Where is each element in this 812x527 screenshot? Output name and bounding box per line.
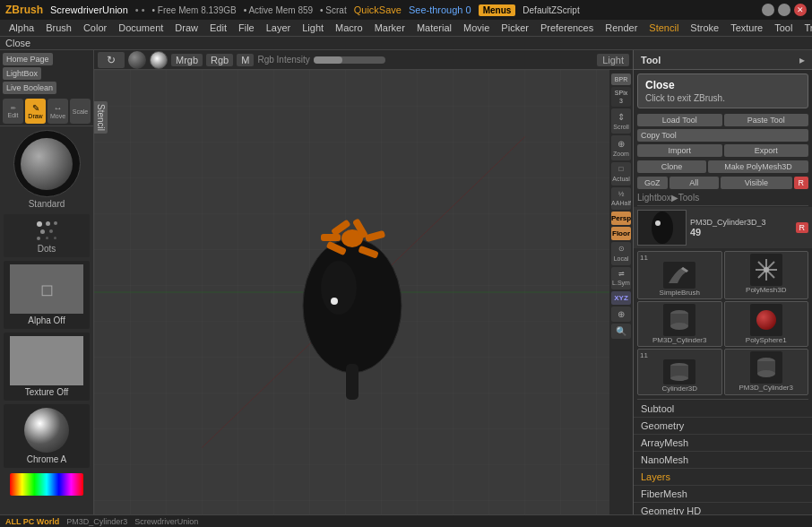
subtool-main-thumb: [637, 210, 687, 246]
menu-color[interactable]: Color: [78, 22, 112, 34]
mrgb-btn[interactable]: Mrgb: [171, 54, 203, 66]
menu-transform[interactable]: Transform: [799, 22, 812, 34]
tool-list-subtool[interactable]: Subtool: [634, 401, 812, 418]
menu-material[interactable]: Material: [411, 22, 457, 34]
tool-list-geometryhd[interactable]: Geometry HD: [634, 503, 812, 514]
zoom-btn[interactable]: ⊕ Zoom: [611, 135, 631, 160]
live-boolean-btn[interactable]: Live Boolean: [3, 82, 56, 94]
tool-list-geometry[interactable]: Geometry: [634, 418, 812, 435]
canvas-area[interactable]: Stencil BPR SPix 3 ⇕ Scroll ⊕ Zoom □ Act…: [94, 70, 633, 514]
menu-render[interactable]: Render: [600, 22, 643, 34]
subtool-main-entry[interactable]: PM3D_Cylinder3D_3 49 R: [634, 207, 812, 248]
close-btn-win[interactable]: ✕: [794, 4, 807, 16]
subtool-main-name: PM3D_Cylinder3D_3: [690, 218, 792, 227]
simple-brush-item[interactable]: 11 SimpleBrush: [637, 251, 722, 299]
scroll-btn[interactable]: ⇕ Scroll: [611, 108, 631, 134]
edit-btn[interactable]: ✏ Edit: [3, 99, 23, 124]
texture-section[interactable]: Texture Off: [4, 333, 90, 401]
brush-section[interactable]: Standard: [0, 126, 93, 212]
intensity-slider[interactable]: [314, 56, 385, 64]
make-polymesh-btn[interactable]: Make PolyMesh3D: [708, 160, 808, 173]
menu-stroke[interactable]: Stroke: [685, 22, 724, 34]
lsym-btn[interactable]: ⇌ L.Sym: [611, 267, 631, 289]
lightbox-tools-label[interactable]: Lightbox▶Tools: [637, 193, 699, 203]
paste-tool-btn[interactable]: Paste Tool: [724, 114, 809, 126]
menu-layer[interactable]: Layer: [261, 22, 297, 34]
tool-list-nanomesh[interactable]: NanoMesh: [634, 452, 812, 469]
see-through-btn[interactable]: See-through 0: [409, 4, 471, 15]
menu-file[interactable]: File: [233, 22, 260, 34]
menu-stencil[interactable]: Stencil: [644, 22, 684, 34]
tool-list-fibermesh[interactable]: FiberMesh: [634, 486, 812, 503]
chrome-section[interactable]: Chrome A: [4, 404, 90, 468]
rgb-btn[interactable]: Rgb: [206, 54, 233, 66]
tool-btns-row1: Load Tool Paste Tool: [634, 112, 812, 128]
bottom-logo: ALL PC World: [5, 517, 59, 526]
menu-preferences[interactable]: Preferences: [535, 22, 599, 34]
menu-picker[interactable]: Picker: [496, 22, 534, 34]
polysphere1-item[interactable]: PolySphere1: [724, 301, 809, 347]
polymesh3d-item[interactable]: PolyMesh3D: [724, 251, 809, 299]
default-script: DefaultZScript: [523, 5, 579, 15]
load-tool-btn[interactable]: Load Tool: [637, 114, 722, 126]
cylinder3d-item[interactable]: 11 Cylinder3D: [637, 349, 722, 395]
rotate-icon[interactable]: ↻: [98, 52, 125, 68]
clone-btn[interactable]: Clone: [637, 160, 706, 173]
second-menu: Close: [0, 36, 812, 50]
scale-btn[interactable]: Scale: [70, 99, 91, 124]
export-btn[interactable]: Export: [724, 144, 809, 157]
persp-btn[interactable]: Persp: [611, 212, 631, 225]
menu-movie[interactable]: Movie: [458, 22, 495, 34]
floor-btn[interactable]: Floor: [611, 227, 631, 240]
maximize-btn[interactable]: [778, 4, 790, 16]
minimize-btn[interactable]: [762, 4, 774, 16]
menu-document[interactable]: Document: [113, 22, 168, 34]
color-swatch[interactable]: [10, 473, 83, 496]
menu-brush[interactable]: Brush: [40, 22, 77, 34]
center-area: ↻ Mrgb Rgb M Rgb Intensity Light: [94, 50, 633, 514]
actual-btn[interactable]: □ Actual: [611, 162, 631, 185]
xyz-btn[interactable]: XYZ: [611, 291, 631, 305]
pm3d-cyl-item[interactable]: PM3D_Cylinder3: [637, 301, 722, 347]
menu-draw[interactable]: Draw: [169, 22, 203, 34]
dots-section[interactable]: Dots: [4, 214, 90, 257]
material-ball[interactable]: [128, 51, 146, 69]
quick-save-btn[interactable]: QuickSave: [354, 4, 402, 15]
bpr-btn[interactable]: BPR: [611, 73, 631, 85]
brush-label: Standard: [4, 199, 90, 209]
menus-btn[interactable]: Menus: [479, 4, 516, 16]
m-btn[interactable]: M: [237, 54, 254, 66]
copy-tool-btn[interactable]: Copy Tool: [637, 129, 808, 142]
r-btn-goz[interactable]: R: [794, 177, 809, 189]
extra-vp-1[interactable]: ⊕: [611, 307, 631, 322]
pm3d-cyl2-item[interactable]: PM3D_Cylinder3: [724, 349, 809, 395]
svg-point-14: [652, 212, 673, 244]
aahalf-btn[interactable]: ½ AAHalf: [611, 187, 631, 210]
menu-macro[interactable]: Macro: [330, 22, 368, 34]
menu-marker[interactable]: Marker: [369, 22, 410, 34]
home-page-btn[interactable]: Home Page: [3, 53, 53, 65]
menu-alpha[interactable]: Alpha: [4, 22, 39, 34]
tool-list-arraymesh[interactable]: ArrayMesh: [634, 435, 812, 452]
import-btn[interactable]: Import: [637, 144, 722, 157]
close-menu-btn[interactable]: Close: [5, 38, 30, 48]
visible-btn[interactable]: Visible: [721, 177, 791, 189]
move-btn[interactable]: ↔ Move: [48, 99, 68, 124]
alpha-section[interactable]: ◻ Alpha Off: [4, 261, 90, 329]
extra-vp-2[interactable]: 🔍: [611, 324, 631, 339]
polysphere1-preview: [750, 304, 782, 336]
tool-list-layers[interactable]: Layers: [634, 469, 812, 486]
goz-btn[interactable]: GoZ: [637, 177, 668, 189]
menu-edit[interactable]: Edit: [204, 22, 232, 34]
menu-texture[interactable]: Texture: [725, 22, 768, 34]
matcap-ball[interactable]: [150, 51, 168, 69]
local-btn[interactable]: ⊙ Local: [611, 242, 631, 264]
draw-btn[interactable]: ✎ Draw: [25, 99, 46, 124]
close-arrow[interactable]: ▸: [799, 54, 805, 66]
menu-tool[interactable]: Tool: [769, 22, 798, 34]
menu-light[interactable]: Light: [297, 22, 329, 34]
stencil-tab[interactable]: Stencil: [94, 101, 108, 134]
all-btn[interactable]: All: [669, 177, 720, 189]
lightbox-btn[interactable]: LightBox: [3, 67, 41, 80]
light-label[interactable]: Light: [597, 54, 629, 66]
